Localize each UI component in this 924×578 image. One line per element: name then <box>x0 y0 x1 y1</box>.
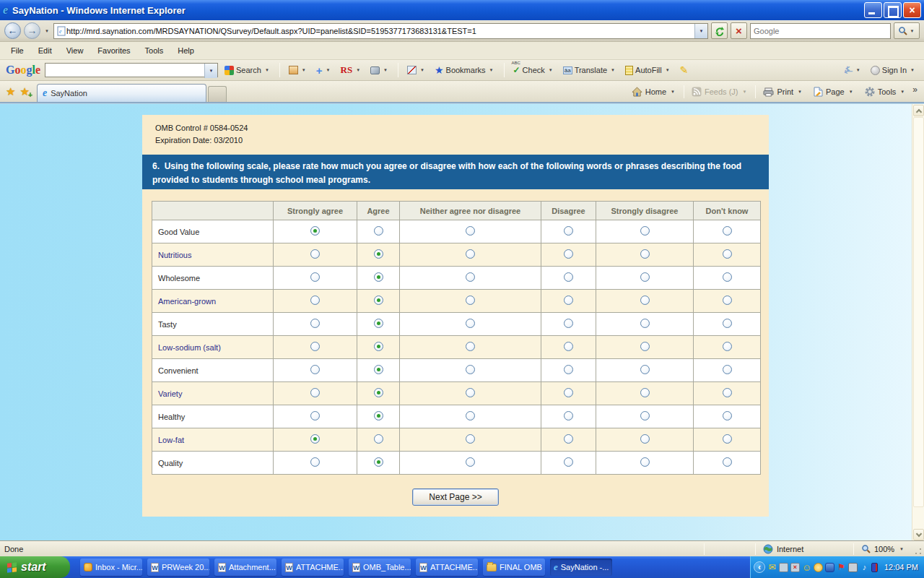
radio-good-value-disagree[interactable] <box>541 220 596 243</box>
radio-wholesome-strongly-agree[interactable] <box>274 267 357 290</box>
scrollbar-thumb[interactable] <box>913 117 924 507</box>
radio-american-grown-neither-agree-nor-disagree[interactable] <box>400 290 541 313</box>
search-go-button[interactable]: ▼ <box>894 22 920 39</box>
radio-unselected[interactable] <box>564 411 573 420</box>
radio-convenient-neither-agree-nor-disagree[interactable] <box>400 359 541 382</box>
radio-unselected[interactable] <box>466 365 475 374</box>
search-options-dropdown-icon[interactable]: ▼ <box>909 29 916 33</box>
radio-unselected[interactable] <box>564 388 573 397</box>
radio-healthy-strongly-agree[interactable] <box>274 405 357 428</box>
mail-icon[interactable]: ✉ <box>767 563 777 572</box>
task-button-attachment[interactable]: WAttachment... <box>214 558 276 576</box>
radio-low-fat-strongly-disagree[interactable] <box>596 428 694 452</box>
radio-quality-agree[interactable] <box>357 452 400 475</box>
monitor-icon[interactable] <box>848 563 858 572</box>
radio-variety-strongly-disagree[interactable] <box>596 382 694 405</box>
speaker-icon[interactable]: ♪ <box>860 563 869 572</box>
radio-unselected[interactable] <box>466 457 475 467</box>
radio-selected[interactable] <box>310 434 320 444</box>
radio-low-fat-agree[interactable] <box>357 428 400 452</box>
radio-low-fat-neither-agree-nor-disagree[interactable] <box>400 428 541 452</box>
radio-wholesome-strongly-disagree[interactable] <box>596 267 694 290</box>
monitor-waves-icon[interactable] <box>779 563 788 572</box>
tools-dropdown-icon[interactable]: ▼ <box>899 90 906 94</box>
radio-selected[interactable] <box>374 272 383 282</box>
vertical-scrollbar[interactable] <box>912 104 924 541</box>
add-dropdown-icon[interactable]: ▼ <box>325 68 332 72</box>
radio-good-value-strongly-disagree[interactable] <box>596 220 694 243</box>
next-page-button[interactable]: Next Page >> <box>412 488 499 506</box>
settings-dropdown-icon[interactable]: ▼ <box>855 68 862 72</box>
radio-low-fat-disagree[interactable] <box>541 428 596 452</box>
radio-nutritious-neither-agree-nor-disagree[interactable] <box>400 243 541 267</box>
radio-selected[interactable] <box>374 457 383 467</box>
radio-quality-neither-agree-nor-disagree[interactable] <box>400 452 541 475</box>
highlight-button[interactable]: ✎ <box>678 63 691 77</box>
radio-unselected[interactable] <box>310 319 320 328</box>
radio-unselected[interactable] <box>466 319 475 328</box>
radio-unselected[interactable] <box>310 342 320 351</box>
translate-button[interactable]: âa Translate ▼ <box>561 64 619 76</box>
radio-unselected[interactable] <box>310 296 320 305</box>
restore-button[interactable] <box>884 2 902 18</box>
google-search-dropdown-icon[interactable]: ▼ <box>204 64 217 78</box>
radio-american-grown-agree[interactable] <box>357 290 400 313</box>
radio-low-sodium-salt-strongly-agree[interactable] <box>274 336 357 359</box>
radio-unselected[interactable] <box>723 226 732 236</box>
tab-saynation[interactable]: e SayNation <box>37 84 206 102</box>
radio-unselected[interactable] <box>640 434 650 444</box>
radio-unselected[interactable] <box>723 319 732 328</box>
radio-tasty-don-t-know[interactable] <box>694 313 761 336</box>
radio-variety-agree[interactable] <box>357 382 400 405</box>
google-search-field[interactable]: ▼ <box>45 63 218 77</box>
radio-unselected[interactable] <box>310 411 320 420</box>
menu-item-favorites[interactable]: Favorites <box>91 44 136 57</box>
menu-item-tools[interactable]: Tools <box>139 44 170 57</box>
tray-collapse-icon[interactable]: ‹ <box>754 561 765 573</box>
radio-quality-strongly-agree[interactable] <box>274 452 357 475</box>
feeds-button[interactable]: Feeds (J) ▼ <box>687 85 752 99</box>
page-dropdown-icon[interactable]: ▼ <box>847 90 855 94</box>
radio-selected[interactable] <box>374 411 383 420</box>
scroll-up-button[interactable] <box>913 105 924 116</box>
radio-american-grown-strongly-agree[interactable] <box>274 290 357 313</box>
tools-button[interactable]: Tools ▼ <box>860 85 911 99</box>
radio-unselected[interactable] <box>564 365 573 374</box>
task-button-prweek-20[interactable]: WPRWeek 20... <box>147 558 209 576</box>
radio-good-value-strongly-agree[interactable] <box>274 220 357 243</box>
radio-unselected[interactable] <box>466 434 475 444</box>
popup-blocker-button[interactable]: ▼ <box>405 64 428 76</box>
sign-in-button[interactable]: Sign In ▼ <box>868 64 918 77</box>
radio-convenient-disagree[interactable] <box>541 359 596 382</box>
radio-convenient-agree[interactable] <box>357 359 400 382</box>
radio-american-grown-strongly-disagree[interactable] <box>596 290 694 313</box>
radio-american-grown-don-t-know[interactable] <box>694 290 761 313</box>
home-dropdown-icon[interactable]: ▼ <box>669 90 676 94</box>
check-dropdown-icon[interactable]: ▼ <box>547 68 554 72</box>
radio-wholesome-disagree[interactable] <box>541 267 596 290</box>
task-button-attachme[interactable]: WATTACHME... <box>416 558 478 576</box>
home-button[interactable]: Home ▼ <box>627 85 681 99</box>
radio-unselected[interactable] <box>723 272 732 282</box>
clock-icon[interactable] <box>814 563 823 572</box>
translate-dropdown-icon[interactable]: ▼ <box>609 68 616 72</box>
zoom-panel[interactable]: 100% ▼ <box>854 541 912 556</box>
radio-unselected[interactable] <box>466 226 475 236</box>
add-favorite-icon[interactable]: ★+ <box>19 85 29 98</box>
shield-icon[interactable] <box>825 563 834 572</box>
radio-low-sodium-salt-strongly-disagree[interactable] <box>596 336 694 359</box>
radio-unselected[interactable] <box>466 342 475 351</box>
radio-unselected[interactable] <box>723 249 732 259</box>
menu-item-edit[interactable]: Edit <box>32 44 58 57</box>
radio-unselected[interactable] <box>723 296 732 305</box>
radio-unselected[interactable] <box>564 434 573 444</box>
network-error-icon[interactable]: × <box>790 563 800 572</box>
radio-tasty-disagree[interactable] <box>541 313 596 336</box>
radio-unselected[interactable] <box>310 388 320 397</box>
radio-unselected[interactable] <box>564 272 573 282</box>
autofill-dropdown-icon[interactable]: ▼ <box>664 68 671 72</box>
radio-unselected[interactable] <box>310 272 320 282</box>
radio-unselected[interactable] <box>640 249 650 259</box>
radio-unselected[interactable] <box>640 365 650 374</box>
task-button-attachme[interactable]: WATTACHME... <box>282 558 344 576</box>
